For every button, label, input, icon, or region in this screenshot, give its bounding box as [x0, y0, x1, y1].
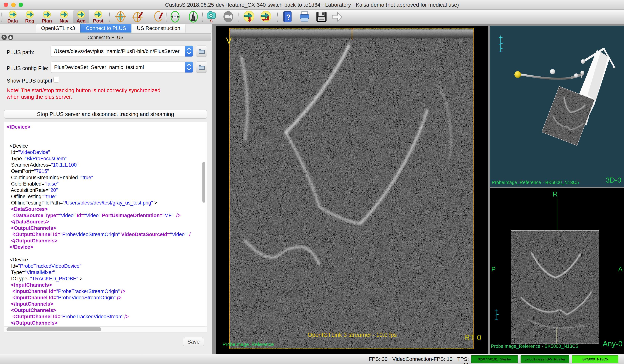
shoot-through-button[interactable]: [331, 11, 343, 23]
import-stream-button[interactable]: [243, 11, 255, 23]
tab-openigtlink3[interactable]: OpenIGTLink3: [36, 24, 80, 32]
floppy-disk-icon: [315, 11, 327, 23]
orientation-label-r: R: [553, 190, 558, 198]
workflow-label: Acq: [73, 19, 89, 23]
axes-marker-icon: [493, 308, 501, 321]
workflow-label: Data: [4, 19, 21, 23]
save-session-button[interactable]: [315, 11, 327, 23]
svg-text:?: ?: [286, 13, 291, 21]
application-window: CustusS 2018.06.25-dev+feature_CX-340-sw…: [0, 0, 624, 364]
tool-status-badge: 02-077-0191_Sterile-RefFrame: [471, 355, 518, 363]
open-file-icon: [198, 64, 205, 71]
show-output-label: Show PLUS output: [7, 78, 52, 84]
workflow-label: Post: [90, 19, 106, 23]
open-file-icon: [198, 48, 205, 55]
view-tag-3d0: 3D-0: [606, 176, 621, 184]
printer-icon: [299, 11, 311, 23]
workflow-nav-button[interactable]: Nav: [56, 10, 72, 24]
workflow-label: Nav: [56, 19, 72, 23]
workflow-acq-button[interactable]: Acq: [73, 10, 89, 24]
tracking-reference-button[interactable]: [169, 11, 181, 23]
flow-arrow-icon: [43, 10, 51, 19]
toolbar-drag-handle[interactable]: [238, 12, 239, 22]
plus-path-value: /Users/olevs/dev/plus_namic/PlusB-bin/bi…: [54, 48, 182, 54]
workflow-label: Plan: [39, 19, 55, 23]
video-fps-label: VideoConnection-FPS: 10: [392, 356, 452, 362]
tracking-marker: [550, 69, 555, 74]
toolbar-drag-handle[interactable]: [166, 12, 167, 22]
arrow-right-return-icon: [260, 11, 272, 23]
fast-registration-button[interactable]: [152, 11, 164, 23]
center-image-button[interactable]: [115, 11, 127, 23]
probe-tool-icon: [187, 11, 199, 23]
chevron-up-down-icon: [187, 63, 191, 71]
toolbar-drag-handle[interactable]: [1, 12, 2, 22]
landmark-registration-button[interactable]: [132, 11, 144, 23]
view-area: V ProbeImage_Reference OpenIGTLink 3 str…: [212, 24, 624, 354]
tracking-tool-icon: [169, 11, 181, 23]
xml-vertical-scrollbar[interactable]: [202, 162, 205, 203]
tab-us-reconstruction[interactable]: US Reconstruction: [131, 24, 185, 32]
orientation-label-v: V: [226, 35, 232, 46]
title-bar: CustusS 2018.06.25-dev+feature_CX-340-sw…: [0, 0, 624, 10]
any-reference-label: ProbeImage_Reference - BK5000_N13C5: [491, 343, 578, 349]
panel-header: Connect to PLUS: [0, 33, 211, 41]
tps-label: TPS: 10: [457, 356, 469, 364]
connect-to-plus-panel: Connect to PLUS PLUS path: /Users/olevs/…: [0, 32, 212, 354]
help-button[interactable]: ?: [282, 11, 294, 23]
ellipse-pen-icon: [152, 11, 164, 23]
us-reference-label: ProbeImage_Reference: [223, 341, 274, 347]
stream-return-button[interactable]: [260, 11, 272, 23]
screenshot-button[interactable]: [299, 11, 311, 23]
probe-axis-line: [557, 198, 557, 231]
plus-config-combobox[interactable]: PlusDeviceSet_Server_namic_test.xml: [51, 62, 193, 73]
xml-editor[interactable]: </Device> <Device Id="VideoDevice" Type=…: [4, 122, 207, 332]
save-button[interactable]: Save: [183, 337, 204, 346]
flow-arrow-icon: [77, 10, 85, 19]
note-line-1: Note! The start/stop tracking button is …: [7, 87, 160, 94]
stream-status-label: OpenIGTLink 3 streamer - 10.0 fps: [216, 332, 488, 338]
xml-horizontal-scrollbar[interactable]: [6, 327, 101, 331]
panel-title: Connect to PLUS: [0, 35, 211, 40]
view-any[interactable]: R: [490, 188, 624, 354]
workflow-reg-button[interactable]: Reg: [22, 10, 38, 24]
tab-connect-to-plus[interactable]: Connect to PLUS: [80, 24, 131, 32]
flow-arrow-icon: [94, 10, 102, 19]
record-video-button[interactable]: [222, 11, 234, 23]
toolbar-drag-handle[interactable]: [109, 12, 110, 22]
toolbar-drag-handle[interactable]: [202, 12, 203, 22]
plus-path-browse-button[interactable]: [196, 46, 207, 57]
plus-path-combobox[interactable]: /Users/olevs/dev/plus_namic/PlusB-bin/bi…: [51, 46, 193, 57]
show-output-checkbox[interactable]: [53, 77, 59, 83]
workflow-data-button[interactable]: Data: [4, 10, 21, 24]
tool-status-badge: 07-081-0229_SW_Pointer: [520, 355, 569, 363]
workflow-post-button[interactable]: Post: [90, 10, 106, 24]
status-bar: FPS: 30 VideoConnection-FPS: 10 TPS: 10 …: [0, 354, 624, 364]
view3d-reference-label: ProbeImage_Reference - BK5000_N13C5: [492, 180, 579, 185]
plus-path-stepper[interactable]: [185, 46, 193, 56]
toolbar-drag-handle[interactable]: [277, 12, 278, 22]
fps-label: FPS: 30: [369, 356, 388, 362]
svg-text:S: S: [210, 19, 213, 23]
us-image: [230, 28, 474, 349]
workflow-plan-button[interactable]: Plan: [39, 10, 55, 24]
view-3d[interactable]: ProbeImage_Reference - BK5000_N13C5 3D-0: [490, 26, 624, 187]
realtime-us-view[interactable]: V ProbeImage_Reference OpenIGTLink 3 str…: [216, 26, 488, 354]
arrow-right-down-icon: [243, 11, 255, 23]
probe-orientation-tick: [352, 28, 352, 40]
plus-config-browse-button[interactable]: [196, 62, 207, 73]
flow-arrow-icon: [26, 10, 34, 19]
pointer-shaft: [521, 74, 577, 79]
help-book-icon: ?: [282, 11, 294, 23]
flow-arrow-icon: [60, 10, 68, 19]
probe-tracking-button[interactable]: [187, 11, 199, 23]
us-snapshot-button[interactable]: S: [205, 11, 217, 23]
plus-config-label: PLUS config File:: [7, 65, 48, 71]
orientation-label-p: P: [491, 266, 496, 273]
flow-arrow-icon: [9, 10, 17, 19]
center-image-icon: [115, 11, 127, 23]
tool-status-badge: BK5000_N13C5: [572, 355, 618, 363]
view-tag-rt0: RT-0: [464, 333, 481, 342]
stop-plus-server-button[interactable]: Stop PLUS server and disconnect tracking…: [4, 110, 207, 119]
plus-config-stepper[interactable]: [185, 62, 193, 73]
